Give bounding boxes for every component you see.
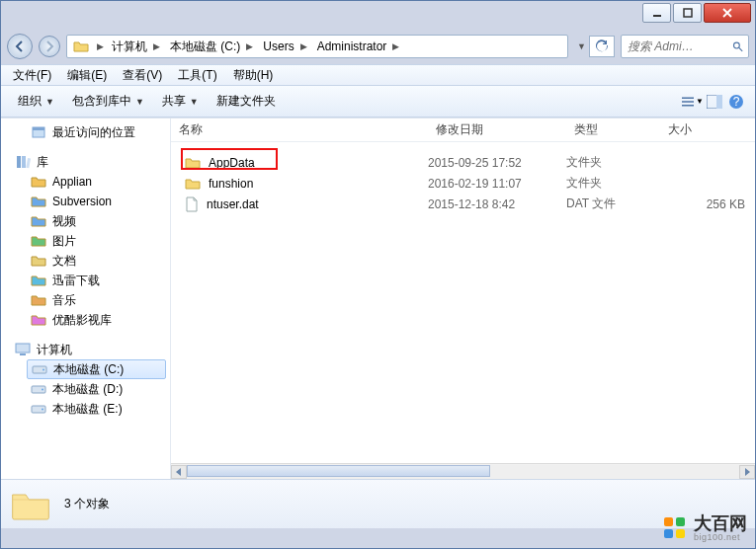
navigation-pane[interactable]: 最近访问的位置 库 ApplianSubversion视频图片文档迅雷下载音乐优… (1, 118, 171, 479)
menu-tools[interactable]: 工具(T) (172, 65, 222, 86)
nav-library-item[interactable]: 文档 (1, 251, 170, 271)
history-dropdown[interactable]: ▼ (574, 41, 589, 51)
nav-libraries[interactable]: 库 (1, 152, 170, 172)
file-icon (185, 196, 199, 212)
breadcrumb[interactable]: ▶ 计算机▶ 本地磁盘 (C:)▶ Users▶ Administrator▶ (66, 35, 568, 58)
chevron-right-icon[interactable]: ▶ (153, 41, 160, 51)
titlebar (1, 1, 755, 31)
status-bar: 3 个对象 (1, 479, 755, 528)
maximize-button[interactable] (673, 3, 702, 23)
nav-label: 优酷影视库 (52, 312, 112, 329)
menubar: 文件(F) 编辑(E) 查看(V) 工具(T) 帮助(H) (1, 64, 755, 86)
svg-rect-15 (16, 344, 30, 353)
nav-label: 最近访问的位置 (52, 124, 135, 141)
svg-point-20 (42, 389, 43, 391)
new-folder-label: 新建文件夹 (216, 93, 276, 110)
watermark-sub: big100.net (694, 532, 747, 542)
breadcrumb-segment[interactable]: 本地磁盘 (C:)▶ (166, 36, 259, 57)
chevron-right-icon[interactable]: ▶ (392, 41, 399, 51)
nav-drive-item[interactable]: 本地磁盘 (E:) (1, 399, 170, 419)
svg-point-18 (42, 369, 44, 371)
watermark-icon (662, 515, 688, 541)
nav-label: 本地磁盘 (C:) (53, 361, 124, 378)
nav-library-item[interactable]: 音乐 (1, 290, 170, 310)
drive-icon (31, 401, 46, 417)
chevron-right-icon[interactable]: ▶ (300, 41, 307, 51)
nav-library-item[interactable]: 优酷影视库 (1, 310, 170, 330)
svg-rect-5 (682, 105, 694, 107)
toolbar: 组织▼ 包含到库中▼ 共享▼ 新建文件夹 ▼ ? (1, 86, 755, 118)
help-button[interactable]: ? (725, 94, 747, 110)
library-item-icon (31, 233, 46, 249)
nav-drive-item[interactable]: 本地磁盘 (C:) (27, 359, 166, 379)
svg-rect-23 (664, 517, 673, 526)
nav-library-item[interactable]: 迅雷下载 (1, 271, 170, 290)
view-options-button[interactable]: ▼ (682, 95, 704, 109)
column-name[interactable]: 名称 (171, 118, 428, 141)
svg-text:?: ? (733, 95, 740, 109)
menu-view[interactable]: 查看(V) (117, 65, 168, 86)
menu-file[interactable]: 文件(F) (7, 65, 57, 86)
drive-icon (32, 361, 47, 377)
file-name: AppData (209, 156, 255, 170)
column-size[interactable]: 大小 (660, 118, 755, 141)
file-list-pane: 名称 修改日期 类型 大小 AppData 2015-09-25 17:52 文… (171, 118, 755, 479)
include-library-button[interactable]: 包含到库中▼ (63, 90, 153, 114)
preview-pane-button[interactable] (704, 95, 725, 109)
table-row[interactable]: ntuser.dat 2015-12-18 8:42 DAT 文件 256 KB (171, 194, 755, 214)
nav-library-item[interactable]: Subversion (1, 192, 170, 211)
column-date[interactable]: 修改日期 (428, 118, 566, 141)
file-rows[interactable]: AppData 2015-09-25 17:52 文件夹 funshion 20… (171, 142, 755, 463)
nav-library-item[interactable]: Applian (1, 172, 170, 192)
nav-computer[interactable]: 计算机 (1, 340, 170, 359)
menu-help[interactable]: 帮助(H) (227, 65, 280, 86)
library-item-icon (31, 194, 46, 209)
breadcrumb-segment[interactable]: Administrator▶ (313, 36, 406, 57)
scroll-right-button[interactable] (739, 465, 755, 479)
menu-edit[interactable]: 编辑(E) (61, 65, 113, 86)
search-input[interactable] (626, 39, 732, 54)
forward-button[interactable] (39, 36, 60, 57)
nav-library-item[interactable]: 视频 (1, 211, 170, 231)
nav-label: 图片 (52, 233, 76, 250)
share-button[interactable]: 共享▼ (153, 90, 208, 114)
library-item-icon (31, 292, 46, 308)
library-item-icon (31, 273, 46, 288)
organize-button[interactable]: 组织▼ (9, 90, 63, 114)
chevron-right-icon[interactable]: ▶ (246, 41, 253, 51)
new-folder-button[interactable]: 新建文件夹 (208, 90, 285, 114)
svg-rect-0 (653, 15, 661, 17)
search-box[interactable] (621, 35, 749, 58)
watermark-title: 大百网 (694, 514, 747, 532)
file-type: 文件夹 (566, 154, 660, 171)
column-type[interactable]: 类型 (566, 118, 660, 141)
svg-rect-25 (664, 529, 673, 538)
close-button[interactable] (704, 3, 751, 23)
chevron-down-icon: ▼ (135, 97, 144, 107)
scroll-left-button[interactable] (171, 465, 187, 479)
computer-icon (15, 342, 31, 357)
folder-icon (185, 177, 201, 191)
table-row[interactable]: funshion 2016-02-19 11:07 文件夹 (171, 173, 755, 194)
refresh-button[interactable] (589, 36, 615, 57)
breadcrumb-segment[interactable]: Users▶ (259, 36, 312, 57)
nav-drive-item[interactable]: 本地磁盘 (D:) (1, 379, 170, 399)
back-button[interactable] (7, 34, 33, 59)
breadcrumb-segment[interactable]: 计算机▶ (108, 36, 166, 57)
minimize-button[interactable] (642, 3, 671, 23)
nav-label: Subversion (52, 195, 112, 208)
nav-library-item[interactable]: 图片 (1, 231, 170, 251)
chevron-right-icon[interactable]: ▶ (97, 41, 104, 51)
svg-rect-3 (682, 97, 694, 99)
address-bar-row: ▶ 计算机▶ 本地磁盘 (C:)▶ Users▶ Administrator▶ … (1, 31, 755, 64)
nav-recent[interactable]: 最近访问的位置 (1, 122, 170, 142)
status-text: 3 个对象 (64, 496, 110, 512)
scroll-thumb[interactable] (187, 465, 490, 477)
horizontal-scrollbar[interactable] (171, 463, 755, 479)
share-label: 共享 (162, 93, 186, 110)
table-row[interactable]: AppData 2015-09-25 17:52 文件夹 (171, 152, 755, 173)
scroll-track[interactable] (187, 465, 739, 479)
svg-rect-7 (716, 95, 722, 109)
nav-label: 音乐 (52, 292, 76, 309)
library-item-icon (31, 213, 46, 229)
